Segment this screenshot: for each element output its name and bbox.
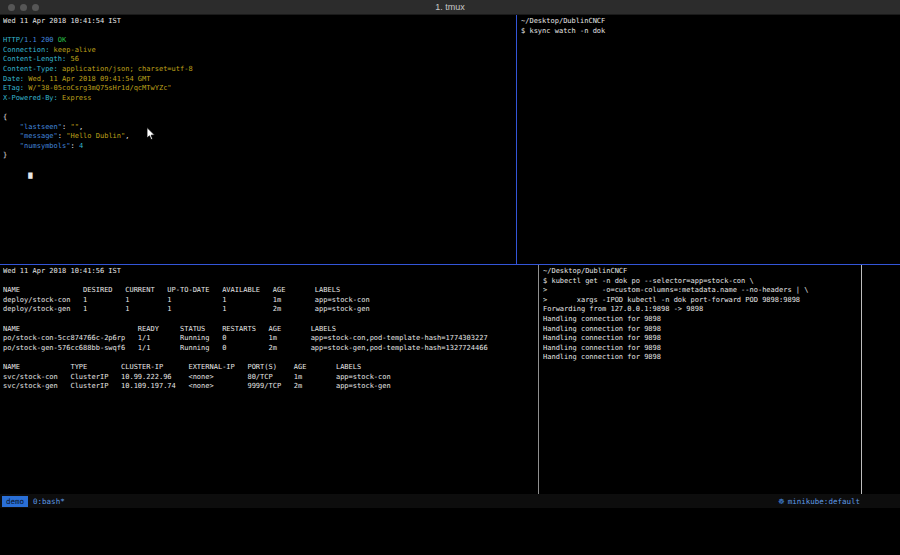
terminal-line: Date: Wed, 11 Apr 2018 09:41:54 GMT	[3, 75, 514, 85]
text-segment: Handling connection for 9898	[543, 315, 661, 323]
terminal-line: deploy/stock-gen 1 1 1 1 2m app=stock-ge…	[3, 305, 536, 315]
text-segment: }	[3, 151, 7, 159]
pane-divider-top-vertical[interactable]	[516, 15, 517, 264]
terminal-line: Handling connection for 9898	[543, 325, 859, 335]
terminal-line	[3, 27, 514, 37]
terminal-line: Connection: keep-alive	[3, 46, 514, 56]
terminal-line: > xargs -IPOD kubectl -n dok port-forwar…	[543, 296, 859, 306]
terminal-line: NAME DESIRED CURRENT UP-TO-DATE AVAILABL…	[3, 286, 536, 296]
terminal-line: "numsymbols": 4	[3, 142, 514, 152]
text-segment: svc/stock-con ClusterIP 10.99.222.96 <no…	[3, 373, 391, 381]
window-tab-bash[interactable]: 0:bash*	[33, 497, 65, 506]
text-segment: :	[70, 142, 78, 150]
terminal-line: deploy/stock-con 1 1 1 1 1m app=stock-co…	[3, 296, 536, 306]
text-segment: :	[58, 132, 66, 140]
window-titlebar[interactable]: 1. tmux	[0, 0, 900, 15]
text-segment: Handling connection for 9898	[543, 353, 661, 361]
text-segment: ▆	[28, 171, 32, 179]
terminal-line: Handling connection for 9898	[543, 353, 859, 363]
terminal-line: > -o=custom-columns=:metadata.name --no-…	[543, 286, 859, 296]
terminal-line	[3, 353, 536, 363]
kubernetes-icon: ☸	[778, 497, 785, 506]
text-segment: ,	[125, 132, 129, 140]
text-segment: Wed, 11 Apr 2018 09:41:54 GMT	[24, 75, 150, 83]
terminal-line: po/stock-con-5cc874766c-2p6rp 1/1 Runnin…	[3, 334, 536, 344]
text-segment: ,	[79, 123, 83, 131]
text-segment: ~/Desktop/DublinCNCF	[521, 17, 605, 25]
text-segment: po/stock-gen-576cc688bb-swqf6 1/1 Runnin…	[3, 344, 488, 352]
text-segment: keep-alive	[49, 46, 95, 54]
terminal-line: NAME TYPE CLUSTER-IP EXTERNAL-IP PORT(S)…	[3, 363, 536, 373]
terminal-line: svc/stock-gen ClusterIP 10.109.197.74 <n…	[3, 382, 536, 392]
terminal-line: ~/Desktop/DublinCNCF	[543, 267, 859, 277]
text-segment: 1.1 200	[24, 36, 54, 44]
terminal-window: 1. tmux Wed 11 Apr 2018 10:41:54 IST HTT…	[0, 0, 900, 508]
text-segment	[3, 171, 28, 179]
text-segment: > -o=custom-columns=:metadata.name --no-…	[543, 286, 809, 294]
text-segment	[3, 132, 20, 140]
pane-divider-bottom-right-vertical[interactable]	[861, 265, 862, 494]
terminal-line: $ ksync watch -n dok	[521, 27, 896, 37]
text-segment: application/json; charset=utf-8	[58, 65, 193, 73]
text-segment: 4	[79, 142, 83, 150]
terminal-line	[3, 103, 514, 113]
text-segment	[3, 142, 20, 150]
terminal-line: "message": "Hello Dublin",	[3, 132, 514, 142]
text-segment: OK	[54, 36, 67, 44]
text-segment: Content-Type:	[3, 65, 58, 73]
kube-context-indicator: ☸ minikube:default	[778, 497, 900, 506]
text-segment: Handling connection for 9898	[543, 325, 661, 333]
text-segment: ~/Desktop/DublinCNCF	[543, 267, 627, 275]
pane-kubectl-resources[interactable]: Wed 11 Apr 2018 10:41:56 IST NAME DESIRE…	[3, 267, 536, 493]
text-segment: Express	[58, 94, 92, 102]
text-segment: Date:	[3, 75, 24, 83]
terminal-line: {	[3, 113, 514, 123]
text-segment: Connection:	[3, 46, 49, 54]
text-segment: {	[3, 113, 7, 121]
terminal-line: ETag: W/"38-05coCsrg3mQ75sHr1d/qcMTwYZc"	[3, 84, 514, 94]
terminal-line: Handling connection for 9898	[543, 334, 859, 344]
text-segment: "lastseen"	[20, 123, 62, 131]
terminal-line: "lastseen": "",	[3, 123, 514, 133]
terminal-line	[3, 161, 514, 171]
tmux-status-bar: demo 0:bash* ☸ minikube:default	[0, 494, 900, 508]
pane-http-response[interactable]: Wed 11 Apr 2018 10:41:54 IST HTTP/1.1 20…	[3, 17, 514, 262]
text-segment: ""	[70, 123, 78, 131]
text-segment: W/"38-05coCsrg3mQ75sHr1d/qcMTwYZc"	[24, 84, 172, 92]
pane-ksync-watch[interactable]: ~/Desktop/DublinCNCF$ ksync watch -n dok	[521, 17, 896, 262]
terminal-line: NAME READY STATUS RESTARTS AGE LABELS	[3, 325, 536, 335]
text-segment: NAME TYPE CLUSTER-IP EXTERNAL-IP PORT(S)…	[3, 363, 361, 371]
pane-port-forward[interactable]: ~/Desktop/DublinCNCF$ kubectl get -n dok…	[543, 267, 859, 493]
session-name-badge: demo	[2, 496, 28, 507]
terminal-line: ▆	[3, 171, 514, 181]
terminal-line: ~/Desktop/DublinCNCF	[521, 17, 896, 27]
terminal-line: }	[3, 151, 514, 161]
text-segment: Wed 11 Apr 2018 10:41:54 IST	[3, 17, 121, 25]
text-segment: deploy/stock-gen 1 1 1 1 2m app=stock-ge…	[3, 305, 370, 313]
text-segment: "message"	[20, 132, 58, 140]
pane-divider-bottom-left-vertical[interactable]	[538, 265, 539, 494]
pane-divider-horizontal[interactable]	[0, 264, 900, 265]
terminal-line: Content-Length: 56	[3, 55, 514, 65]
terminal-line	[3, 315, 536, 325]
kube-context-text: minikube:default	[788, 497, 860, 506]
terminal-line: X-Powered-By: Express	[3, 94, 514, 104]
text-segment: Handling connection for 9898	[543, 334, 661, 342]
terminal-line: Content-Type: application/json; charset=…	[3, 65, 514, 75]
text-segment: NAME DESIRED CURRENT UP-TO-DATE AVAILABL…	[3, 286, 340, 294]
terminal-line	[3, 277, 536, 287]
text-segment: HTTP/	[3, 36, 24, 44]
terminal-line: Wed 11 Apr 2018 10:41:56 IST	[3, 267, 536, 277]
text-segment: deploy/stock-con 1 1 1 1 1m app=stock-co…	[3, 296, 370, 304]
text-segment: po/stock-con-5cc874766c-2p6rp 1/1 Runnin…	[3, 334, 488, 342]
terminal-line: svc/stock-con ClusterIP 10.99.222.96 <no…	[3, 373, 536, 383]
text-segment: Handling connection for 9898	[543, 344, 661, 352]
text-segment: Content-Length:	[3, 55, 66, 63]
tmux-terminal: Wed 11 Apr 2018 10:41:54 IST HTTP/1.1 20…	[0, 15, 900, 494]
text-segment: NAME READY STATUS RESTARTS AGE LABELS	[3, 325, 336, 333]
text-segment: svc/stock-gen ClusterIP 10.109.197.74 <n…	[3, 382, 391, 390]
text-segment: Forwarding from 127.0.0.1:9898 -> 9898	[543, 305, 703, 313]
text-segment: $ kubectl get -n dok po --selector=app=s…	[543, 277, 754, 285]
terminal-line: Forwarding from 127.0.0.1:9898 -> 9898	[543, 305, 859, 315]
text-segment	[3, 123, 20, 131]
